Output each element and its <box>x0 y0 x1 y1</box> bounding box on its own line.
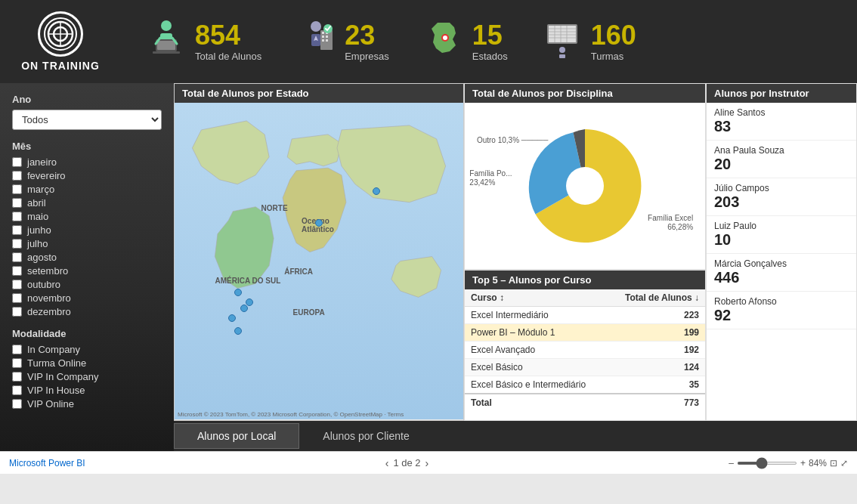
instructor-count: 10 <box>714 231 849 249</box>
instructor-name: Júlio Campos <box>714 183 849 193</box>
sidebar: Ano Todos Mês janeiro fevereiro março ab… <box>0 83 174 451</box>
instructor-count: 446 <box>714 269 849 286</box>
discipline-title: Total de Alunos por Disciplina <box>465 84 705 103</box>
svg-point-4 <box>161 20 172 31</box>
stat-turmas-label: Turmas <box>591 51 636 62</box>
instructor-item: Roberto Afonso 92 <box>707 292 856 329</box>
map-dot-5 <box>234 327 242 335</box>
stat-alunos-info: 854 Total de Alunos <box>195 22 261 62</box>
svg-point-34 <box>559 47 565 53</box>
sort-icon: ↕ <box>500 292 504 303</box>
stat-empresas-number: 23 <box>345 22 389 49</box>
zoom-plus[interactable]: + <box>800 458 806 468</box>
footer-label: Total <box>465 394 608 411</box>
mod-turma-online[interactable]: Turma Online <box>12 357 162 369</box>
month-setembro[interactable]: setembro <box>12 265 162 277</box>
month-julho[interactable]: julho <box>12 238 162 249</box>
map-container[interactable]: NORTE ÁFRICA EUROPA AMÉRICA DO SUL Ocean… <box>175 103 463 419</box>
mod-vip-inhouse[interactable]: VIP In House <box>12 385 162 396</box>
stat-empresas-info: 23 Empresas <box>345 22 389 62</box>
person-laptop-icon <box>145 17 187 67</box>
stat-turmas-info: 160 Turmas <box>591 22 636 62</box>
page-indicator: 1 de 2 <box>393 457 420 468</box>
map-dot-europe1 <box>315 219 323 227</box>
tab-cliente[interactable]: Alunos por Cliente <box>299 423 432 449</box>
svg-point-24 <box>443 36 447 40</box>
col-curso: Curso ↕ <box>465 289 608 307</box>
map-dot-3 <box>228 314 236 322</box>
powerbi-link[interactable]: Microsoft Power BI <box>9 458 85 468</box>
logo-circle <box>38 11 83 57</box>
instructor-count: 92 <box>714 307 849 324</box>
fullscreen-icon[interactable]: ⤢ <box>840 458 848 468</box>
stat-turmas: 160 Turmas <box>541 17 636 67</box>
mod-vip-incompany[interactable]: VIP In Company <box>12 371 162 382</box>
next-page-btn[interactable]: › <box>425 457 429 469</box>
map-panel-title: Total de Alunos por Estado <box>175 84 463 103</box>
month-dezembro[interactable]: dezembro <box>12 306 162 317</box>
month-abril[interactable]: abril <box>12 197 162 209</box>
modalidade-label: Modalidade <box>12 328 162 339</box>
content-top: Total de Alunos por Estado <box>174 83 857 421</box>
map-panel: Total de Alunos por Estado <box>174 83 464 421</box>
zoom-level: 84% <box>809 458 827 468</box>
table-container: Curso ↕ Total de Alunos ↓ <box>465 289 705 419</box>
table-row: Excel Avançado 192 <box>465 342 705 359</box>
fit-page-icon[interactable]: ⊡ <box>830 458 837 468</box>
discipline-panel: Total de Alunos por Disciplina <box>464 83 706 270</box>
instructor-name: Luiz Paulo <box>714 221 849 231</box>
right-panels: Total de Alunos por Disciplina <box>464 83 706 421</box>
table-row: Power BI – Módulo 1 199 <box>465 324 705 342</box>
instructor-name: Ana Paula Souza <box>714 145 849 156</box>
brazil-map-icon <box>422 17 465 67</box>
main-body: Ano Todos Mês janeiro fevereiro março ab… <box>0 83 857 451</box>
legend-familia-po: Família Po...23,42% <box>469 169 512 187</box>
building-icon <box>295 17 337 67</box>
month-marco[interactable]: março <box>12 184 162 195</box>
instructor-item: Aline Santos 83 <box>707 103 856 141</box>
legend-familia-excel: Família Excel66,28% <box>648 214 693 232</box>
mod-incompany[interactable]: In Company <box>12 344 162 355</box>
instructor-count: 20 <box>714 156 849 173</box>
stat-empresas-label: Empresas <box>345 51 389 62</box>
map-svg <box>175 103 463 419</box>
map-dot-1 <box>234 289 242 296</box>
month-maio[interactable]: maio <box>12 211 162 222</box>
svg-rect-20 <box>326 39 328 42</box>
instructor-item: Luiz Paulo 10 <box>707 216 856 254</box>
svg-rect-26 <box>549 26 576 42</box>
month-agosto[interactable]: agosto <box>12 252 162 263</box>
logo-inner <box>44 17 77 51</box>
month-outubro[interactable]: outubro <box>12 279 162 290</box>
sort-icon-2: ↓ <box>695 292 699 303</box>
ano-select[interactable]: Todos <box>12 110 162 130</box>
month-janeiro[interactable]: janeiro <box>12 156 162 168</box>
table-footer-row: Total 773 <box>465 394 705 411</box>
month-junho[interactable]: junho <box>12 224 162 236</box>
map-attribution: Microsoft © 2023 TomTom, © 2023 Microsof… <box>178 411 404 418</box>
table-row: Excel Básico 124 <box>465 359 705 376</box>
bottom-tab-bar: Alunos por Local Alunos por Cliente <box>174 421 857 451</box>
prev-page-btn[interactable]: ‹ <box>385 457 389 469</box>
map-dot-4 <box>246 298 253 306</box>
stat-estados: 15 Estados <box>422 17 508 67</box>
month-novembro[interactable]: novembro <box>12 292 162 304</box>
instructor-item: Márcia Gonçalves 446 <box>707 254 856 292</box>
legend-outro: Outro 10,3% ───── <box>477 136 548 144</box>
stat-alunos-label: Total de Alunos <box>195 51 261 62</box>
stat-turmas-number: 160 <box>591 22 636 49</box>
month-list: janeiro fevereiro março abril maio junho… <box>12 156 162 317</box>
tab-local[interactable]: Alunos por Local <box>174 423 299 449</box>
instructor-name: Aline Santos <box>714 107 849 118</box>
month-fevereiro[interactable]: fevereiro <box>12 170 162 181</box>
pie-container: Outro 10,3% ───── Família Po...23,42% Fa… <box>465 103 705 268</box>
mod-vip-online[interactable]: VIP Online <box>12 398 162 410</box>
table-header-row: Curso ↕ Total de Alunos ↓ <box>465 289 705 307</box>
table-row: Excel Intermediário 223 <box>465 307 705 324</box>
zoom-slider[interactable] <box>737 462 797 465</box>
zoom-minus[interactable]: – <box>729 458 734 468</box>
instructor-item: Ana Paula Souza 20 <box>707 141 856 178</box>
stat-estados-label: Estados <box>472 51 508 62</box>
instructor-item: Júlio Campos 203 <box>707 178 856 216</box>
svg-rect-17 <box>322 36 324 38</box>
